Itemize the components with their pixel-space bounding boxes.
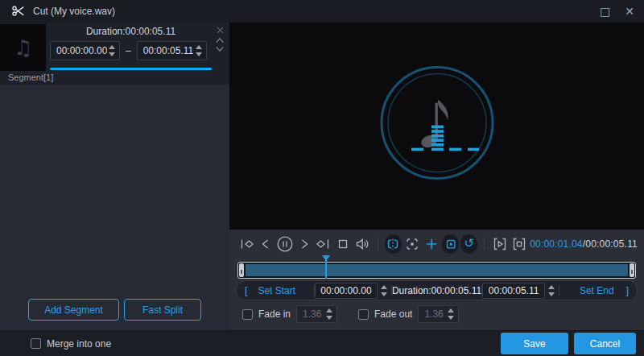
segment-end-field [137,41,207,60]
step-up-icon[interactable] [196,45,202,49]
time-display: 00:00:01.04/00:00:05.11 [530,238,638,250]
maximize-icon[interactable]: □ [600,6,610,17]
trim-start-stepper[interactable] [379,285,391,296]
fade-in-stepper[interactable] [324,308,336,320]
playback-controls-panel: ↺ 00:00:01.04/00:00:05.11 [229,230,644,330]
segment-start-input[interactable] [51,45,107,56]
split-icon [385,236,401,252]
move-up-icon[interactable] [215,37,225,43]
volume-icon [354,236,370,252]
merge-into-one-checkbox[interactable] [31,338,41,349]
step-down-icon[interactable] [109,52,115,56]
trim-end-handle[interactable] [630,263,634,277]
reset-icon: ↺ [464,238,474,250]
merge-into-one-label: Merge into one [47,338,111,350]
segment-item-selected[interactable]: ♫ Segment[1] Duration:00:00:05.11 – [0,23,229,85]
fade-in-field [296,305,337,323]
step-down-icon[interactable] [196,52,202,56]
move-down-icon[interactable] [215,46,225,52]
trim-start-handle[interactable] [239,263,244,277]
timeline [236,255,638,279]
cancel-button[interactable]: Cancel [574,333,636,354]
step-up-icon[interactable] [326,308,332,313]
divider [484,237,485,250]
segment-start-field [50,41,120,60]
cut-dialog: Cut (My voice.wav) □ ✕ ♫ Segment[1] Dura… [0,0,644,356]
fade-options: Fade in Fade out [236,300,638,325]
stop-button[interactable] [334,234,352,254]
volume-button[interactable] [353,234,371,254]
save-button[interactable]: Save [501,333,568,354]
playhead[interactable] [321,255,331,279]
fade-out-checkbox[interactable] [358,309,369,320]
fade-out-stepper[interactable] [446,308,458,320]
pause-icon [276,235,294,253]
fast-split-button[interactable]: Fast Split [124,299,201,321]
fade-in-input[interactable] [297,308,324,320]
fade-out-input[interactable] [419,308,446,320]
transport-bar: ↺ 00:00:01.04/00:00:05.11 [236,232,638,255]
window-title: Cut (My voice.wav) [33,6,115,17]
step-back-button[interactable] [257,234,275,254]
set-start-button[interactable]: Set Start [248,285,306,296]
add-split-button[interactable] [423,234,440,254]
step-up-icon[interactable] [448,308,454,313]
step-forward-button[interactable] [295,234,313,254]
add-segment-button[interactable]: Add Segment [28,299,119,321]
total-time: /00:00:05.11 [583,238,638,250]
music-note-icon: ♫ [14,35,32,60]
segment-end-input[interactable] [138,45,194,56]
trim-end-field [482,283,545,299]
step-back-icon [258,236,274,252]
pause-button[interactable] [276,234,294,254]
fade-in-checkbox[interactable] [242,309,253,320]
segment-list-panel: ♫ Segment[1] Duration:00:00:05.11 – [0,23,229,330]
step-down-icon[interactable] [448,316,454,320]
skip-start-button[interactable] [237,234,255,254]
stop-segment-icon [511,236,527,252]
step-forward-icon [296,236,312,252]
snapshot-button[interactable] [403,234,421,254]
step-down-icon[interactable] [326,316,332,320]
titlebar: Cut (My voice.wav) □ ✕ [0,0,644,23]
trim-duration-text: Duration:00:00:05.11 [392,281,481,300]
skip-end-icon [316,236,332,252]
segment-thumbnail: ♫ [0,24,46,71]
step-down-icon[interactable] [548,292,555,296]
step-up-icon[interactable] [548,285,555,289]
audio-preview-area [229,23,644,230]
set-end-button[interactable]: Set End [568,285,625,296]
fade-out-label: Fade out [374,308,412,320]
current-time: 00:00:01.04 [530,238,583,250]
scissors-icon [11,5,25,19]
trim-end-input[interactable] [483,285,544,296]
stop-segment-button[interactable] [510,234,528,254]
segment-end-stepper[interactable] [194,45,206,56]
preview-panel: ↺ 00:00:01.04/00:00:05.11 [229,23,644,330]
segment-start-stepper[interactable] [107,45,119,56]
reset-button[interactable]: ↺ [460,234,477,254]
split-button[interactable] [385,234,402,254]
play-segment-button[interactable] [491,234,509,254]
divider [378,237,378,250]
playhead-line [325,259,327,279]
equalizer-icon [411,125,479,151]
trim-end-stepper[interactable] [547,285,559,296]
fade-out-field [418,305,459,323]
delete-segment-icon[interactable] [216,26,225,35]
copy-segment-button[interactable] [442,234,459,254]
segment-selected-underline [50,68,212,70]
step-up-icon[interactable] [381,285,387,289]
step-down-icon[interactable] [381,292,387,296]
step-up-icon[interactable] [109,45,115,49]
trim-start-field [315,283,378,299]
music-note-icon [419,99,448,149]
timeline-selected-range[interactable] [245,263,629,277]
trim-start-input[interactable] [316,285,377,296]
skip-end-button[interactable] [315,234,332,254]
close-icon[interactable]: ✕ [625,6,634,17]
fade-in-label: Fade in [258,308,291,320]
timeline-track[interactable] [237,262,636,279]
segment-label: Segment[1] [8,72,53,82]
range-separator: – [126,45,131,56]
